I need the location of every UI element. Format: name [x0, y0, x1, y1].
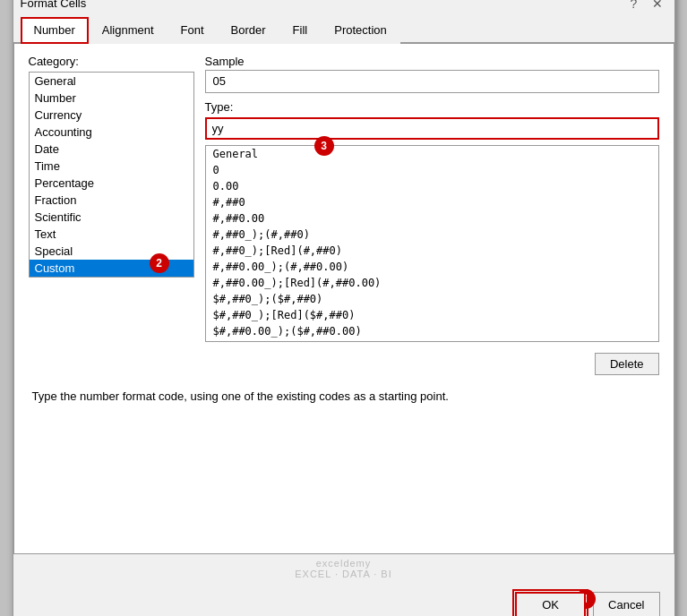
category-item-currency[interactable]: Currency [30, 107, 193, 124]
category-label: Category: [29, 55, 194, 68]
ok-button[interactable]: OK [515, 592, 586, 617]
close-button[interactable]: ✕ [648, 0, 667, 13]
tab-border[interactable]: Border [218, 17, 279, 44]
badge-2: 2 [150, 253, 169, 273]
footer-text: Type the number format code, using one o… [29, 389, 659, 403]
sample-value: 05 [205, 70, 659, 93]
delete-button[interactable]: Delete [595, 353, 659, 375]
format-item-6[interactable]: $#,##0_);[Red]($#,##0) [206, 307, 658, 323]
category-item-special[interactable]: Special [30, 243, 193, 260]
category-item-number[interactable]: Number [30, 90, 193, 107]
format-cells-dialog: 1 2 3 4 Format Cells ? ✕ Number Alignmen… [13, 0, 675, 616]
format-item-0.00[interactable]: 0.00 [206, 178, 658, 194]
category-item-general[interactable]: General [30, 73, 193, 90]
category-item-percentage[interactable]: Percentage [30, 175, 193, 192]
tab-fill[interactable]: Fill [279, 17, 322, 44]
category-item-accounting[interactable]: Accounting [30, 124, 193, 141]
tab-alignment[interactable]: Alignment [89, 17, 167, 44]
tab-content: Category: General Number Currency Accoun… [13, 44, 674, 554]
format-item-hash0[interactable]: #,##0 [206, 194, 658, 210]
tab-protection[interactable]: Protection [321, 17, 400, 44]
category-item-text[interactable]: Text [30, 226, 193, 243]
tab-font[interactable]: Font [167, 17, 218, 44]
watermark-sub: EXCEL · DATA · BI [295, 569, 392, 579]
category-list[interactable]: General Number Currency Accounting Date … [29, 72, 194, 278]
format-item-5[interactable]: $#,##0_);($#,##0) [206, 291, 658, 307]
cancel-button[interactable]: Cancel [593, 592, 659, 617]
watermark-logo: exceldemy [316, 558, 372, 569]
title-bar: Format Cells ? ✕ [13, 0, 674, 17]
category-item-scientific[interactable]: Scientific [30, 209, 193, 226]
category-item-fraction[interactable]: Fraction [30, 192, 193, 209]
dialog-title: Format Cells [21, 0, 87, 10]
tab-bar: Number Alignment Font Border Fill Protec… [13, 17, 674, 44]
category-item-time[interactable]: Time [30, 158, 193, 175]
sample-label: Sample [205, 55, 659, 68]
watermark: exceldemy EXCEL · DATA · BI [13, 554, 674, 581]
tab-number[interactable]: Number [21, 17, 89, 44]
format-item-4[interactable]: #,##0.00_);[Red](#,##0.00) [206, 275, 658, 291]
format-item-hash0.00[interactable]: #,##0.00 [206, 210, 658, 227]
bottom-buttons: OK Cancel [13, 581, 674, 617]
help-button[interactable]: ? [624, 0, 644, 13]
format-item-general[interactable]: General [206, 146, 658, 162]
format-item-3[interactable]: #,##0.00_);(#,##0.00) [206, 259, 658, 275]
category-item-date[interactable]: Date [30, 141, 193, 158]
format-item-7[interactable]: $#,##0.00_);($#,##0.00) [206, 323, 658, 339]
format-item-1[interactable]: #,##0_);(#,##0) [206, 227, 658, 243]
type-label: Type: [205, 100, 234, 114]
type-input[interactable] [205, 117, 659, 140]
format-list[interactable]: General 0 0.00 #,##0 #,##0.00 #,##0_);(#… [205, 145, 659, 342]
format-item-0[interactable]: 0 [206, 162, 658, 178]
badge-3: 3 [314, 136, 334, 156]
format-item-2[interactable]: #,##0_);[Red](#,##0) [206, 243, 658, 259]
